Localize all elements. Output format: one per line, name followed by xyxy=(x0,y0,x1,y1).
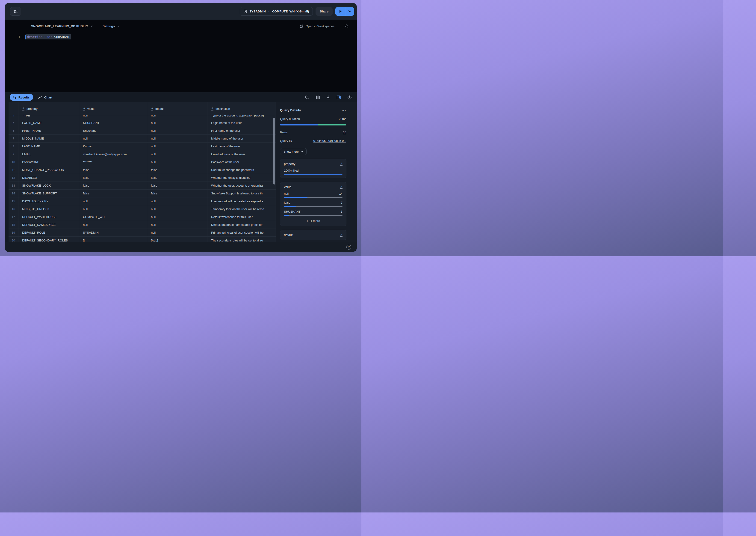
table-row[interactable]: 4TYPEnullnullType of the account, applic… xyxy=(9,115,276,119)
cell-property[interactable]: FIRST_NAME xyxy=(18,127,79,134)
table-row[interactable]: 14SNOWFLAKE_SUPPORTfalsefalseSnowflake S… xyxy=(9,189,276,197)
column-profile-card-value[interactable]: value A null14false7SHUSHANT3 + 11 more xyxy=(280,182,346,226)
table-row[interactable]: 9EMAILshushant.kumar@unifyapps.comnullEm… xyxy=(9,151,276,158)
table-row[interactable]: 11MUST_CHANGE_PASSWORDfalsefalseUser mus… xyxy=(9,166,276,174)
row-number[interactable]: 11 xyxy=(9,166,18,174)
cell-value[interactable]: null xyxy=(79,205,147,213)
table-row[interactable]: 16MINS_TO_UNLOCKnullnullTemporary lock o… xyxy=(9,205,276,213)
row-number[interactable]: 20 xyxy=(9,237,18,242)
help-icon[interactable]: ? xyxy=(346,245,351,250)
cell-property[interactable]: EMAIL xyxy=(18,151,79,158)
cell-description[interactable]: The secondary roles will be set to all r… xyxy=(207,237,276,242)
cell-value[interactable]: null xyxy=(79,221,147,229)
editor-search-icon[interactable] xyxy=(345,24,349,28)
cell-property[interactable]: DEFAULT_NAMESPACE xyxy=(18,221,79,229)
cell-description[interactable]: Last name of the user xyxy=(207,143,276,150)
table-row[interactable]: 5LOGIN_NAMESHUSHANTnullLogin name of the… xyxy=(9,119,276,127)
table-row[interactable]: 20DEFAULT_SECONDARY_ROLES[][ALL]The seco… xyxy=(9,237,276,242)
row-number[interactable]: 15 xyxy=(9,197,18,205)
cell-default[interactable]: null xyxy=(147,221,207,229)
table-row[interactable]: 10PASSWORD********nullPassword of the us… xyxy=(9,158,276,166)
cell-description[interactable]: First name of the user xyxy=(207,127,276,134)
run-query-button[interactable] xyxy=(335,7,345,16)
cell-description[interactable]: Password of the user xyxy=(207,158,276,166)
cell-property[interactable]: MINS_TO_UNLOCK xyxy=(18,205,79,213)
row-number[interactable]: 13 xyxy=(9,182,18,189)
column-header-default[interactable]: A default xyxy=(147,102,207,115)
table-row[interactable]: 17DEFAULT_WAREHOUSECOMPUTE_WHnullDefault… xyxy=(9,213,276,221)
row-number[interactable]: 5 xyxy=(9,119,18,127)
cell-description[interactable]: Whether the user, account, or organiza xyxy=(207,182,276,189)
cell-default[interactable]: null xyxy=(147,205,207,213)
cell-default[interactable]: false xyxy=(147,174,207,182)
split-panel-icon[interactable] xyxy=(336,95,341,100)
cell-property[interactable]: DEFAULT_ROLE xyxy=(18,229,79,236)
run-options-button[interactable] xyxy=(345,7,354,16)
cell-default[interactable]: null xyxy=(147,197,207,205)
cell-description[interactable]: Type of the account, application packag xyxy=(207,115,276,119)
rows-count-link[interactable]: 35 xyxy=(343,131,346,134)
cell-description[interactable]: User must change the password xyxy=(207,166,276,174)
cell-default[interactable]: false xyxy=(147,182,207,189)
cell-property[interactable]: TYPE xyxy=(18,115,79,119)
cell-value[interactable]: false xyxy=(79,166,147,174)
cell-property[interactable]: SNOWFLAKE_LOCK xyxy=(18,182,79,189)
cell-property[interactable]: SNOWFLAKE_SUPPORT xyxy=(18,189,79,197)
cell-default[interactable]: false xyxy=(147,166,207,174)
cell-value[interactable]: false xyxy=(79,182,147,189)
cell-default[interactable]: null xyxy=(147,229,207,236)
table-row[interactable]: 8LAST_NAMEKumarnullLast name of the user xyxy=(9,143,276,151)
cell-description[interactable]: Whether the entity is disabled xyxy=(207,174,276,182)
columns-icon[interactable] xyxy=(316,95,320,100)
row-number[interactable]: 7 xyxy=(9,135,18,142)
cell-value[interactable]: null xyxy=(79,135,147,142)
history-clock-icon[interactable] xyxy=(347,95,352,100)
row-number[interactable]: 4 xyxy=(9,115,18,119)
cell-description[interactable]: Default warehouse for this user xyxy=(207,213,276,221)
row-number[interactable]: 19 xyxy=(9,229,18,236)
code-line-1[interactable]: 1 describe user SHUSHANT xyxy=(5,34,357,39)
cell-description[interactable]: Email address of the user xyxy=(207,151,276,158)
cell-default[interactable]: null xyxy=(147,151,207,158)
table-row[interactable]: 13SNOWFLAKE_LOCKfalsefalseWhether the us… xyxy=(9,182,276,189)
more-options-icon[interactable]: ••• xyxy=(342,109,346,112)
cell-property[interactable]: DAYS_TO_EXPIRY xyxy=(18,197,79,205)
row-number[interactable]: 17 xyxy=(9,213,18,221)
table-vertical-scrollbar[interactable] xyxy=(273,117,275,184)
cell-value[interactable]: SHUSHANT xyxy=(79,119,147,127)
cell-property[interactable]: PASSWORD xyxy=(18,158,79,166)
cell-default[interactable]: null xyxy=(147,135,207,142)
cell-property[interactable]: LAST_NAME xyxy=(18,143,79,150)
column-header-value[interactable]: A value xyxy=(79,102,147,115)
table-row[interactable]: 19DEFAULT_ROLESYSADMINnullPrimary princi… xyxy=(9,229,276,237)
value-distribution-row[interactable]: SHUSHANT3 xyxy=(284,210,342,216)
show-more-button[interactable]: Show more xyxy=(280,148,306,155)
cell-default[interactable]: null xyxy=(147,119,207,127)
tab-results[interactable]: Results xyxy=(10,94,33,101)
value-distribution-row[interactable]: false7 xyxy=(284,201,342,207)
settings-menu[interactable]: Settings xyxy=(103,24,119,28)
table-row[interactable]: 18DEFAULT_NAMESPACEnullnullDefault datab… xyxy=(9,221,276,229)
cell-default[interactable]: null xyxy=(147,127,207,134)
row-number[interactable]: 10 xyxy=(9,158,18,166)
cell-property[interactable]: DEFAULT_SECONDARY_ROLES xyxy=(18,237,79,242)
column-header-property[interactable]: A property xyxy=(18,102,79,115)
row-number[interactable]: 8 xyxy=(9,143,18,150)
row-number[interactable]: 14 xyxy=(9,189,18,197)
cell-default[interactable]: null xyxy=(147,158,207,166)
query-id-link[interactable]: 01bcaf95-0001-0d9e-0... xyxy=(313,139,346,143)
database-schema-selector[interactable]: SNOWFLAKE_LEARNING_DB.PUBLIC xyxy=(31,24,92,28)
cell-value[interactable]: false xyxy=(79,174,147,182)
column-profile-card-default[interactable]: default A xyxy=(280,230,346,240)
tab-chart[interactable]: Chart xyxy=(38,96,52,99)
row-number[interactable]: 18 xyxy=(9,221,18,229)
cell-description[interactable]: Snowflake Support is allowed to use th xyxy=(207,189,276,197)
cell-description[interactable]: Default database namespace prefix for xyxy=(207,221,276,229)
cell-value[interactable]: SYSADMIN xyxy=(79,229,147,236)
cell-description[interactable]: User record will be treated as expired a xyxy=(207,197,276,205)
table-row[interactable]: 15DAYS_TO_EXPIRYnullnullUser record will… xyxy=(9,197,276,205)
cell-value[interactable]: Kumar xyxy=(79,143,147,150)
open-in-workspaces-button[interactable]: Open in Workspaces xyxy=(300,24,334,28)
share-button[interactable]: Share xyxy=(316,7,332,16)
cell-default[interactable]: null xyxy=(147,115,207,119)
